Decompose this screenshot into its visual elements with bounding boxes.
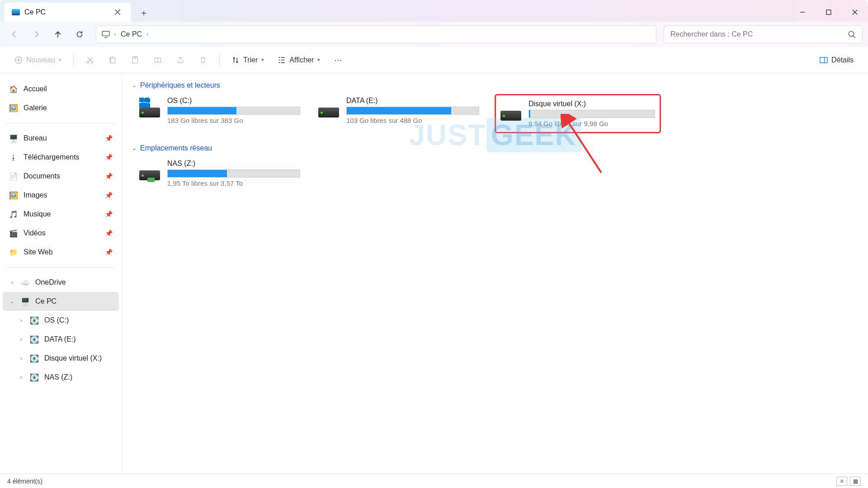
separator [6, 267, 115, 267]
music-icon: 🎵 [9, 210, 18, 219]
sidebar-label: NAS (Z:) [44, 373, 72, 381]
minimize-button[interactable] [789, 3, 816, 22]
share-button[interactable] [170, 51, 190, 69]
sidebar-siteweb[interactable]: 📁 Site Web 📌 [3, 243, 119, 262]
view-label: Afficher [289, 56, 314, 64]
close-window-button[interactable] [842, 3, 868, 22]
sidebar-drive-virtual[interactable]: › 💽 Disque virtuel (X:) [3, 349, 119, 368]
copy-icon [108, 56, 117, 64]
rename-button[interactable] [148, 51, 168, 69]
group-devices-header[interactable]: ⌄ Périphériques et lecteurs [130, 79, 860, 94]
sidebar-home[interactable]: 🏠 Accueil [3, 80, 119, 99]
drive-space: 9,94 Go libres sur 9,98 Go [528, 120, 655, 127]
details-label: Détails [831, 56, 854, 64]
view-grid-button[interactable]: ▦ [850, 477, 861, 486]
group-network-header[interactable]: ⌄ Emplacements réseau [130, 141, 860, 157]
sidebar-drive-data[interactable]: › 💽 DATA (E:) [3, 330, 119, 349]
tab-ce-pc[interactable]: Ce PC [5, 3, 131, 22]
toolbar: Nouveau ▾ Trier ▾ Afficher ▾ ⋯ Détails [0, 47, 868, 73]
copy-button[interactable] [103, 51, 123, 69]
sidebar-downloads[interactable]: ⭳ Téléchargements 📌 [3, 148, 119, 167]
drive-nas[interactable]: NAS (Z:) 1,95 To libres sur 3,57 To [137, 157, 303, 190]
drive-virtual-highlighted[interactable]: Disque virtuel (X:) 9,94 Go libres sur 9… [495, 94, 661, 133]
content-area[interactable]: JUSTGEEK ⌄ Périphériques et lecteurs OS … [122, 73, 868, 474]
sidebar-desktop[interactable]: 🖥️ Bureau 📌 [3, 129, 119, 148]
monitor-icon: 🖥️ [21, 297, 30, 306]
sidebar[interactable]: 🏠 Accueil 🖼️ Galerie 🖥️ Bureau 📌 ⭳ Téléc… [0, 73, 122, 474]
sidebar-label: Vidéos [24, 229, 46, 237]
details-pane-button[interactable]: Détails [814, 51, 859, 69]
pin-icon: 📌 [105, 249, 113, 256]
video-icon: 🎬 [9, 229, 18, 238]
new-tab-button[interactable]: ＋ [135, 4, 153, 22]
drive-os[interactable]: OS (C:) 183 Go libres sur 383 Go [137, 94, 303, 133]
cut-button[interactable] [80, 51, 100, 69]
chevron-right-icon[interactable]: › [18, 374, 24, 380]
chevron-down-icon[interactable]: ⌄ [9, 298, 15, 305]
svg-point-2 [849, 31, 854, 36]
sidebar-label: Images [24, 191, 47, 199]
sidebar-videos[interactable]: 🎬 Vidéos 📌 [3, 224, 119, 243]
sidebar-label: Documents [24, 172, 60, 180]
drive-usage-bar [528, 110, 655, 118]
nav-refresh-button[interactable] [71, 25, 89, 43]
drive-usage-bar [346, 107, 479, 115]
sidebar-gallery[interactable]: 🖼️ Galerie [3, 99, 119, 117]
item-count: 4 élément(s) [7, 478, 42, 485]
sidebar-label: OneDrive [35, 278, 66, 286]
separator [73, 53, 74, 67]
sidebar-drive-nas[interactable]: › 💽 NAS (Z:) [3, 368, 119, 387]
view-list-button[interactable]: ≡ [836, 477, 847, 486]
chevron-down-icon: ⌄ [132, 82, 137, 89]
nav-up-button[interactable] [49, 25, 67, 43]
sidebar-documents[interactable]: 📄 Documents 📌 [3, 167, 119, 186]
gallery-icon: 🖼️ [9, 103, 18, 113]
share-icon [176, 56, 184, 64]
sort-button[interactable]: Trier ▾ [226, 51, 269, 69]
view-button[interactable]: Afficher ▾ [272, 51, 326, 69]
rename-icon [154, 56, 162, 64]
separator [6, 123, 115, 123]
drive-icon: 💽 [30, 354, 39, 363]
svg-point-4 [87, 61, 89, 63]
breadcrumb-segment[interactable]: Ce PC [121, 30, 142, 38]
sidebar-music[interactable]: 🎵 Musique 📌 [3, 205, 119, 224]
more-button[interactable]: ⋯ [328, 51, 348, 69]
body: 🏠 Accueil 🖼️ Galerie 🖥️ Bureau 📌 ⭳ Téléc… [0, 73, 868, 474]
minimize-icon [799, 9, 806, 15]
drive-icon [139, 101, 161, 117]
sidebar-onedrive[interactable]: › ☁️ OneDrive [3, 273, 119, 292]
chevron-right-icon[interactable]: › [9, 279, 15, 286]
nav-forward-button[interactable] [27, 25, 45, 43]
sidebar-images[interactable]: 🖼️ Images 📌 [3, 186, 119, 205]
sidebar-drive-os[interactable]: › 💽 OS (C:) [3, 311, 119, 330]
chevron-down-icon: ⌄ [132, 145, 137, 151]
new-button[interactable]: Nouveau ▾ [9, 51, 67, 69]
sidebar-label: Téléchargements [24, 153, 80, 161]
drive-icon: 💽 [30, 316, 39, 325]
sidebar-this-pc[interactable]: ⌄ 🖥️ Ce PC [3, 292, 119, 311]
chevron-right-icon[interactable]: › [18, 336, 24, 343]
svg-point-5 [91, 61, 93, 63]
drive-info: OS (C:) 183 Go libres sur 383 Go [167, 97, 300, 131]
tab-title: Ce PC [24, 8, 46, 16]
pin-icon: 📌 [105, 173, 113, 180]
chevron-right-icon[interactable]: › [18, 317, 24, 324]
maximize-button[interactable] [816, 3, 842, 22]
search-box[interactable] [664, 25, 863, 43]
details-pane-icon [820, 56, 828, 64]
address-path[interactable]: › Ce PC › [96, 25, 656, 43]
tab-close-button[interactable] [111, 6, 124, 19]
sidebar-label: OS (C:) [44, 316, 69, 324]
nav-back-button[interactable] [5, 25, 24, 43]
trash-icon [199, 56, 207, 64]
drive-data[interactable]: DATA (E:) 103 Go libres sur 488 Go [316, 94, 482, 133]
pin-icon: 📌 [105, 192, 113, 199]
search-input[interactable] [670, 30, 843, 38]
delete-button[interactable] [193, 51, 213, 69]
chevron-right-icon[interactable]: › [18, 355, 24, 361]
paste-icon [131, 56, 139, 64]
svg-rect-0 [826, 10, 831, 14]
paste-button[interactable] [125, 51, 145, 69]
maximize-icon [826, 9, 831, 15]
